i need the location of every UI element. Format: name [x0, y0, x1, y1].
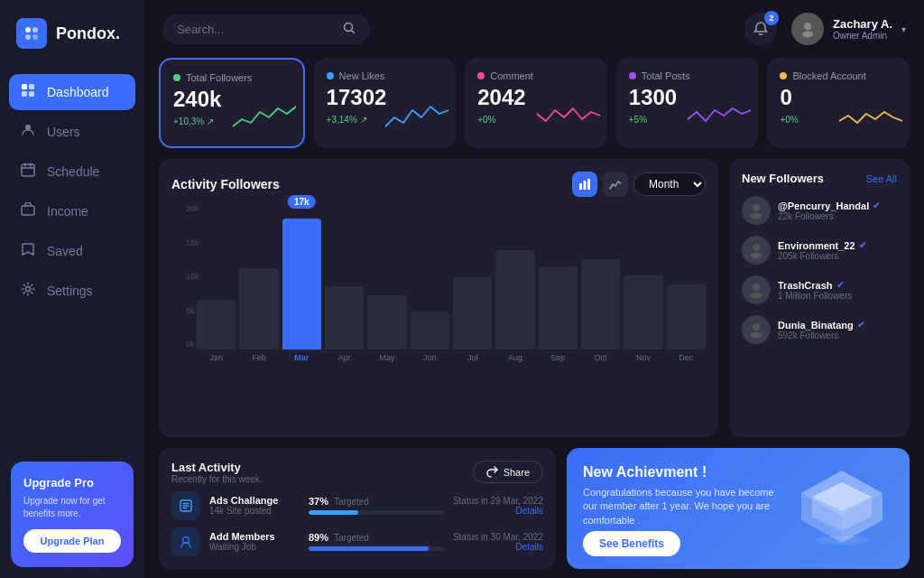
bar-dec: Dec: [667, 284, 706, 362]
followers-title: New Followers: [742, 172, 824, 185]
svg-rect-10: [22, 206, 34, 215]
bar-oct: Oct: [581, 259, 620, 362]
bar-feb: Feb: [239, 268, 278, 362]
activity-chart-header: Activity Followers Month Week Year: [171, 172, 706, 197]
upgrade-title: Upgrade Pro: [23, 476, 121, 489]
schedule-icon: [20, 163, 36, 181]
stat-header-comment: Comment: [477, 70, 595, 81]
follower-count-2: 1 Million Followers: [778, 291, 852, 301]
svg-rect-17: [587, 179, 590, 190]
bottom-row: Last Activity Recently for this week. Sh…: [159, 448, 910, 569]
middle-row: Activity Followers Month Week Year: [159, 159, 910, 437]
share-button[interactable]: Share: [473, 461, 543, 483]
sidebar-item-users[interactable]: Users: [9, 114, 135, 150]
sidebar-item-saved[interactable]: Saved: [9, 233, 135, 269]
schedule-label: Schedule: [47, 164, 99, 179]
followers-header: New Followers See All: [742, 172, 897, 185]
follower-item-0[interactable]: @Pencurry_Handal ✔ 22k Followers: [742, 196, 897, 225]
logo-icon: [16, 18, 47, 49]
search-input[interactable]: [177, 23, 336, 36]
achievement-title: New Achievment !: [583, 464, 781, 480]
bar-apr: Apr: [325, 286, 364, 362]
progress-bar-fill-0: [309, 510, 358, 515]
sidebar-item-schedule[interactable]: Schedule: [9, 154, 135, 190]
follower-info-3: Dunia_Binatang ✔ 592k Followers: [778, 320, 864, 340]
follower-item-1[interactable]: Environment_22 ✔ 205k Followers: [742, 236, 897, 265]
topbar-right: 2 Zachary A. Owner Admin ▾: [744, 13, 906, 45]
follower-item-3[interactable]: Dunia_Binatang ✔ 592k Followers: [742, 315, 897, 344]
progress-bar-bg-0: [309, 510, 444, 515]
follower-name-3: Dunia_Binatang ✔: [778, 320, 864, 331]
activity-items: Ads Challange 14k Site posted 37% Target…: [171, 491, 543, 556]
stat-chart-followers: [233, 99, 296, 135]
svg-point-18: [753, 204, 760, 211]
benefits-button[interactable]: See Benefits: [583, 531, 680, 556]
settings-icon: [20, 282, 36, 300]
activity-progress-1: 89% Targeted: [309, 532, 444, 551]
sidebar-item-income[interactable]: Income: [9, 193, 135, 229]
activity-details-0[interactable]: Details: [453, 506, 543, 516]
svg-rect-7: [29, 91, 34, 97]
bar-mar: 17k Mar: [282, 219, 321, 362]
stat-label-likes: New Likes: [339, 70, 385, 81]
svg-point-23: [751, 293, 762, 299]
upgrade-desc: Upgrade now for get benefits more.: [23, 495, 121, 520]
search-box[interactable]: [162, 14, 370, 44]
search-icon: [343, 22, 356, 37]
income-icon: [20, 202, 36, 220]
last-activity-title: Last Activity: [171, 461, 263, 474]
follower-info-1: Environment_22 ✔ 205k Followers: [778, 240, 866, 261]
stat-header-posts: Total Posts: [629, 70, 746, 81]
stat-chart-posts: [688, 101, 751, 137]
follower-avatar-3: [742, 315, 771, 344]
sidebar-item-dashboard[interactable]: Dashboard: [9, 74, 135, 110]
activity-details-1[interactable]: Details: [453, 542, 543, 552]
sidebar-item-settings[interactable]: Settings: [9, 273, 135, 309]
stat-chart-comment: [537, 101, 600, 137]
svg-point-13: [804, 23, 811, 30]
svg-point-21: [751, 253, 762, 259]
notification-button[interactable]: 2: [744, 13, 777, 45]
achievement-content: New Achievment ! Congratulations because…: [583, 464, 781, 556]
follower-item-2[interactable]: TrashCrash ✔ 1 Million Followers: [742, 275, 897, 304]
line-chart-button[interactable]: [603, 172, 628, 197]
bar-sep: Sep: [539, 266, 578, 362]
see-all-link[interactable]: See All: [866, 173, 897, 184]
activity-icon-0: [171, 491, 200, 520]
users-label: Users: [47, 125, 80, 139]
user-role: Owner Admin: [833, 31, 892, 41]
progress-bar-fill-1: [309, 546, 429, 551]
period-select[interactable]: Month Week Year: [633, 172, 706, 196]
user-area[interactable]: Zachary A. Owner Admin ▾: [791, 13, 906, 45]
follower-avatar-1: [742, 236, 771, 265]
dot-likes: [327, 72, 334, 79]
followers-panel: New Followers See All @Pencurry_Handal ✔…: [729, 159, 910, 437]
bar-jun: Jun: [411, 312, 449, 362]
stat-label-blocked: Blocked Account: [792, 70, 865, 81]
follower-info-0: @Pencurry_Handal ✔ 22k Followers: [778, 200, 880, 221]
svg-point-8: [25, 125, 31, 130]
stat-card-comment: Comment 2042 +0%: [465, 58, 607, 148]
activity-progress-0: 37% Targeted: [309, 496, 444, 515]
user-info: Zachary A. Owner Admin: [833, 17, 892, 41]
svg-point-11: [26, 287, 31, 292]
user-name: Zachary A.: [833, 17, 892, 31]
stat-card-total-posts: Total Posts 1300 +5%: [616, 58, 759, 148]
activity-sub-0: 14k Site posted: [209, 506, 300, 516]
stat-label-comment: Comment: [490, 70, 533, 81]
bar-nov: Nov: [624, 275, 662, 362]
activity-name-0: Ads Challange: [209, 495, 300, 506]
stat-header-likes: New Likes: [327, 70, 444, 81]
activity-info-1: Add Members Waiting Job: [209, 531, 300, 552]
stat-label-posts: Total Posts: [642, 70, 690, 81]
last-activity-subtitle: Recently for this week.: [171, 474, 263, 484]
achievement-card: New Achievment ! Congratulations because…: [567, 448, 910, 569]
stat-header-blocked: Blocked Account: [780, 70, 897, 81]
dashboard-label: Dashboard: [47, 85, 109, 99]
upgrade-button[interactable]: Upgrade Plan: [23, 529, 121, 553]
svg-point-14: [802, 32, 813, 38]
activity-item-0: Ads Challange 14k Site posted 37% Target…: [171, 491, 543, 520]
bar-chart-button[interactable]: [572, 172, 597, 197]
activity-panel: Activity Followers Month Week Year: [159, 159, 718, 437]
verified-icon-0: ✔: [873, 200, 880, 210]
